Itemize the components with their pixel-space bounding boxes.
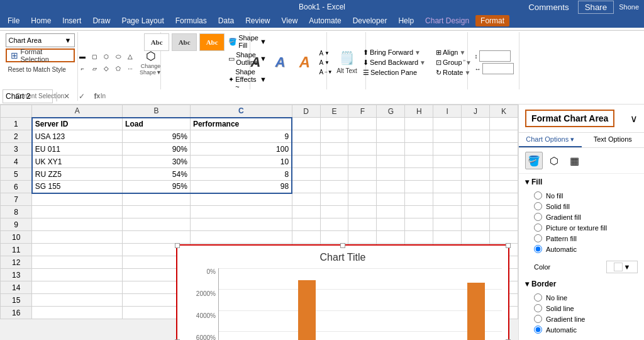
- cell-empty[interactable]: [405, 206, 433, 218]
- shape-rounded-rect[interactable]: ▢: [89, 51, 100, 62]
- menu-pagelayout[interactable]: Page Layout: [116, 15, 169, 26]
- fill-automatic[interactable]: Automatic: [534, 244, 638, 254]
- shape-style-2[interactable]: Abc: [172, 33, 197, 51]
- row-number[interactable]: 1: [1, 118, 32, 130]
- shape-right-angle[interactable]: ⌐: [77, 63, 88, 74]
- cell-empty[interactable]: [292, 206, 320, 218]
- cell-empty[interactable]: [462, 168, 490, 181]
- shape-oval[interactable]: ⬭: [113, 51, 124, 62]
- cell-empty[interactable]: [405, 193, 433, 206]
- cell-empty[interactable]: [490, 143, 518, 156]
- shape-diamond[interactable]: ◇: [101, 63, 112, 74]
- cell-empty[interactable]: [292, 231, 320, 244]
- shape-triangle[interactable]: △: [125, 51, 136, 62]
- cell-a-16[interactable]: [32, 307, 123, 319]
- cell-b-1[interactable]: Load: [123, 118, 191, 130]
- reset-match-style-button[interactable]: Reset to Match Style: [6, 64, 75, 75]
- align-chevron[interactable]: ▼: [459, 49, 465, 56]
- tab-chart-options[interactable]: Chart Options ▾: [519, 133, 582, 147]
- bar-performance[interactable]: [298, 280, 316, 340]
- cancel-formula-icon[interactable]: ✕: [60, 90, 73, 103]
- cell-empty[interactable]: [348, 193, 377, 206]
- cell-empty[interactable]: [377, 168, 405, 181]
- cell-c-9[interactable]: [190, 218, 292, 231]
- cell-b-8[interactable]: [123, 206, 191, 218]
- cell-empty[interactable]: [462, 143, 490, 156]
- fill-gradient[interactable]: Gradient fill: [534, 212, 638, 222]
- wordart-a2[interactable]: A: [269, 51, 291, 74]
- cell-empty[interactable]: [405, 181, 433, 193]
- cell-c-6[interactable]: 98: [190, 181, 292, 193]
- cell-empty[interactable]: [377, 143, 405, 156]
- fill-gradient-radio[interactable]: [534, 213, 542, 221]
- bar-performance[interactable]: [467, 283, 485, 340]
- wordart-a1[interactable]: A: [244, 51, 267, 74]
- cell-empty[interactable]: [377, 156, 405, 168]
- col-header-c[interactable]: C: [190, 105, 292, 118]
- menu-data[interactable]: Data: [213, 15, 239, 26]
- cell-a-8[interactable]: [32, 206, 123, 218]
- row-number[interactable]: 9: [1, 218, 32, 231]
- formula-input[interactable]: [106, 89, 641, 103]
- cell-empty[interactable]: [433, 206, 462, 218]
- cell-empty[interactable]: [377, 206, 405, 218]
- resize-handle-tr[interactable]: [506, 243, 511, 248]
- bring-forward-chevron[interactable]: ▼: [414, 49, 421, 56]
- cell-b-5[interactable]: 54%: [123, 168, 191, 181]
- cell-empty[interactable]: [292, 218, 320, 231]
- resize-handle-tc[interactable]: [340, 243, 345, 248]
- cell-empty[interactable]: [377, 118, 405, 130]
- cell-empty[interactable]: [348, 118, 377, 130]
- format-bars-icon[interactable]: ▦: [565, 152, 583, 169]
- border-solid-radio[interactable]: [534, 304, 542, 312]
- shape-style-1[interactable]: Abc: [144, 33, 169, 51]
- selection-pane-button[interactable]: ☰ Selection Pane: [360, 68, 428, 77]
- cell-c-5[interactable]: 8: [190, 168, 292, 181]
- send-backward-chevron[interactable]: ▼: [419, 59, 426, 66]
- selection-dropdown[interactable]: Chart Area ▼: [6, 33, 75, 47]
- confirm-formula-icon[interactable]: ✓: [75, 90, 88, 103]
- menu-file[interactable]: File: [3, 15, 25, 26]
- cell-empty[interactable]: [490, 168, 518, 181]
- fill-pattern[interactable]: Pattern fill: [534, 233, 638, 244]
- cell-empty[interactable]: [292, 143, 320, 156]
- cell-empty[interactable]: [320, 143, 348, 156]
- cell-empty[interactable]: [462, 156, 490, 168]
- cell-c-1[interactable]: Performance: [190, 118, 292, 130]
- col-header-h[interactable]: H: [405, 105, 433, 118]
- shape-rect[interactable]: ▬: [77, 51, 88, 62]
- cell-empty[interactable]: [320, 130, 348, 143]
- row-number[interactable]: 15: [1, 294, 32, 307]
- cell-empty[interactable]: [348, 143, 377, 156]
- menu-review[interactable]: Review: [240, 15, 275, 26]
- menu-view[interactable]: View: [277, 15, 303, 26]
- cell-empty[interactable]: [377, 181, 405, 193]
- cell-empty[interactable]: [348, 181, 377, 193]
- cell-empty[interactable]: [462, 206, 490, 218]
- cell-empty[interactable]: [490, 181, 518, 193]
- cell-c-2[interactable]: 9: [190, 130, 292, 143]
- cell-empty[interactable]: [433, 143, 462, 156]
- cell-empty[interactable]: [433, 193, 462, 206]
- row-number[interactable]: 4: [1, 156, 32, 168]
- cell-c-3[interactable]: 100: [190, 143, 292, 156]
- cell-empty[interactable]: [348, 156, 377, 168]
- shape-more[interactable]: ···: [125, 63, 136, 74]
- cell-empty[interactable]: [490, 206, 518, 218]
- resize-handle-tl[interactable]: [175, 243, 180, 248]
- cell-c-4[interactable]: 10: [190, 156, 292, 168]
- cell-empty[interactable]: [348, 168, 377, 181]
- cell-empty[interactable]: [433, 218, 462, 231]
- col-header-i[interactable]: I: [433, 105, 462, 118]
- cell-empty[interactable]: [433, 156, 462, 168]
- menu-format[interactable]: Format: [475, 15, 509, 26]
- cell-a-10[interactable]: [32, 231, 123, 244]
- wordart-a3[interactable]: A: [293, 51, 316, 74]
- cell-empty[interactable]: [490, 156, 518, 168]
- cell-a-9[interactable]: [32, 218, 123, 231]
- cell-b-7[interactable]: [123, 193, 191, 206]
- cell-empty[interactable]: [292, 168, 320, 181]
- cell-empty[interactable]: [348, 206, 377, 218]
- cell-empty[interactable]: [462, 130, 490, 143]
- cell-empty[interactable]: [320, 118, 348, 130]
